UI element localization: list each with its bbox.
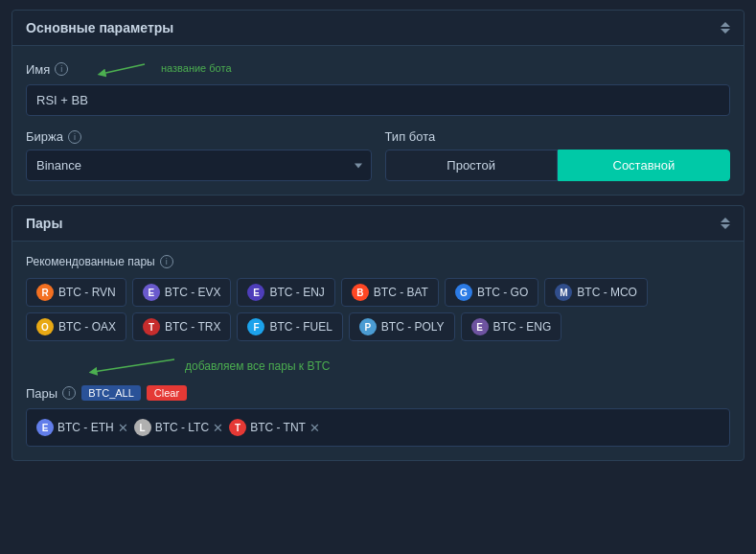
pair-chip-mco[interactable]: M BTC - MCO [544,278,648,307]
basic-params-title: Основные параметры [26,20,173,35]
svg-line-0 [102,64,145,74]
exchange-type-row: Биржа i Binance Bittrex Huobi Тип бота [26,129,730,181]
btc-all-arrow [83,355,179,378]
recommended-label-row: Рекомендованные пары i [26,255,730,268]
tnt-tag-label: BTC - TNT [250,421,306,434]
evx-icon: E [143,284,160,301]
bot-type-compound-button[interactable]: Составной [558,150,730,181]
bot-name-input[interactable] [26,84,730,116]
clear-badge[interactable]: Clear [147,385,187,401]
pairs-toggle[interactable] [721,218,730,229]
annotation-arrow [92,59,149,79]
bot-type-label-text: Тип бота [385,129,436,144]
name-field-label: Имя i название бота [26,59,730,79]
enj-icon: E [247,284,264,301]
selected-pair-tnt: T BTC - TNT ✕ [229,417,320,438]
pair-chip-enj-label: BTC - ENJ [269,286,324,299]
pair-chip-oax[interactable]: O BTC - OAX [26,312,126,341]
pair-chip-trx[interactable]: T BTC - TRX [132,312,231,341]
btc-all-annotation-text: добавляем все пары к BTC [185,359,330,373]
oax-icon: O [36,318,54,335]
pair-chip-evx-label: BTC - EVX [165,286,221,299]
tnt-remove-button[interactable]: ✕ [309,422,320,434]
eth-tag-icon: E [36,419,54,436]
pairs-chevron-down-icon [721,224,730,229]
exchange-field-label: Биржа i [26,129,372,144]
exchange-field-group: Биржа i Binance Bittrex Huobi [26,129,372,181]
basic-params-header: Основные параметры [12,11,744,46]
selected-pairs-box: E BTC - ETH ✕ L BTC - LTC ✕ T BTC - TNT … [26,408,730,447]
bot-type-label: Тип бота [385,129,731,144]
poly-icon: P [359,318,377,335]
pair-chip-trx-label: BTC - TRX [165,320,220,334]
pair-chip-eng-label: BTC - ENG [493,320,552,334]
pairs-section: Пары Рекомендованные пары i R BTC - RVN … [11,205,745,461]
pairs-filter-row: Пары i BTC_ALL Clear [26,385,730,401]
btc-all-annotation-row: добавляем все пары к BTC [26,355,730,378]
pair-chip-rvn-label: BTC - RVN [58,286,116,299]
pair-chip-mco-label: BTC - MCO [577,286,637,299]
go-icon: G [455,284,472,301]
selected-pair-eth: E BTC - ETH ✕ [36,417,128,438]
btc-all-badge[interactable]: BTC_ALL [81,385,141,401]
ltc-tag-icon: L [134,419,151,436]
chevron-down-icon [721,29,730,34]
pairs-chevron-up-icon [721,218,730,222]
exchange-label-text: Биржа [26,129,63,144]
bot-type-field-group: Тип бота Простой Составной [385,129,731,181]
name-label-text: Имя [26,62,50,77]
pair-chip-go-label: BTC - GO [477,286,528,299]
fuel-icon: F [247,318,264,335]
mco-icon: M [555,284,572,301]
ltc-remove-button[interactable]: ✕ [213,422,223,434]
name-annotation-text: название бота [161,62,232,74]
pair-chip-fuel[interactable]: F BTC - FUEL [237,312,342,341]
pair-chip-poly-label: BTC - POLY [381,320,445,334]
basic-params-body: Имя i название бота Бирж [12,46,744,195]
pair-chip-go[interactable]: G BTC - GO [445,278,538,307]
pairs-input-label-text: Пары [26,386,57,401]
pair-chip-poly[interactable]: P BTC - POLY [349,312,455,341]
pairs-input-label: Пары i [26,386,76,401]
recommended-info-icon[interactable]: i [160,255,173,268]
bot-type-buttons: Простой Составной [385,150,731,181]
svg-line-1 [93,359,174,372]
trx-icon: T [143,318,160,335]
eng-icon: E [471,318,489,335]
pairs-info-icon[interactable]: i [62,386,76,400]
name-info-icon[interactable]: i [55,62,68,76]
pair-chip-rvn[interactable]: R BTC - RVN [26,278,126,307]
pair-chip-evx[interactable]: E BTC - EVX [132,278,232,307]
bot-type-simple-button[interactable]: Простой [385,150,558,181]
pair-chip-fuel-label: BTC - FUEL [269,320,332,334]
eth-remove-button[interactable]: ✕ [118,422,128,434]
exchange-select[interactable]: Binance Bittrex Huobi [26,150,372,181]
bat-icon: B [352,284,369,301]
eth-tag-label: BTC - ETH [57,421,114,434]
pairs-section-title: Пары [26,216,62,231]
recommended-pairs-grid: R BTC - RVN E BTC - EVX E BTC - ENJ B BT… [26,278,730,341]
exchange-info-icon[interactable]: i [68,130,81,144]
selected-pair-ltc: L BTC - LTC ✕ [134,417,223,438]
ltc-tag-label: BTC - LTC [155,421,209,434]
pair-chip-enj[interactable]: E BTC - ENJ [237,278,334,307]
pair-chip-eng[interactable]: E BTC - ENG [461,312,562,341]
pair-chip-bat-label: BTC - BAT [374,286,428,299]
exchange-select-wrapper: Binance Bittrex Huobi [26,150,372,181]
basic-params-toggle[interactable] [721,22,730,34]
chevron-up-icon [721,22,730,27]
pair-chip-oax-label: BTC - OAX [58,320,116,334]
tnt-tag-icon: T [229,419,246,436]
basic-params-section: Основные параметры Имя i названи [11,10,745,196]
recommended-label-text: Рекомендованные пары [26,255,155,268]
pairs-body: Рекомендованные пары i R BTC - RVN E BTC… [12,242,744,460]
rvn-icon: R [36,284,54,301]
pair-chip-bat[interactable]: B BTC - BAT [341,278,439,307]
pairs-section-header: Пары [12,206,744,242]
